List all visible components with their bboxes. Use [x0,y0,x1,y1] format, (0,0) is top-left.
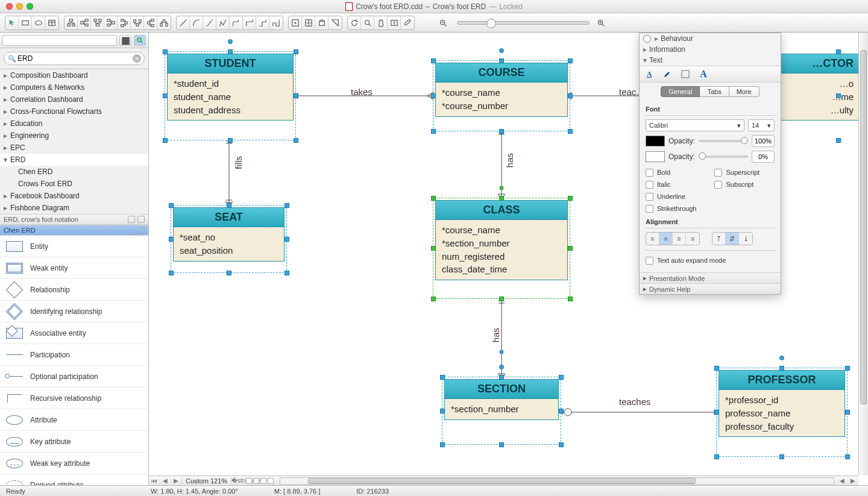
text-box-icon[interactable] [679,69,691,80]
selection-handle[interactable] [431,297,436,301]
selection-handle[interactable] [714,454,719,459]
zoom-readout[interactable]: Custom 121% [181,477,231,485]
library-search-input[interactable] [4,52,145,65]
entity-seat[interactable]: SEAT *seat_no seat_position [173,207,285,262]
tree-item-crows-foot[interactable]: Crows Foot ERD [0,178,148,190]
conn-ortho-1[interactable] [243,16,256,30]
section-dynamic-help[interactable]: ▸Dynamic Help [640,283,781,294]
hscroll-right[interactable]: ▶ [848,477,858,484]
selection-handle[interactable] [431,58,436,63]
text-color-swatch[interactable] [646,136,665,146]
selection-handle[interactable] [228,49,233,54]
selection-handle[interactable] [169,237,174,242]
selection-handle[interactable] [440,375,445,380]
page-next[interactable]: ▶ [171,477,181,484]
selection-handle[interactable] [431,246,436,251]
shape-key-attr[interactable]: Key attribute [0,431,148,453]
text-opacity-value[interactable] [752,135,775,147]
shape-assoc-entity[interactable]: Associative entity [0,322,148,344]
zoom-out-button[interactable] [436,16,450,30]
selection-handle[interactable] [440,442,445,447]
text-underline-color-icon[interactable]: A [643,69,655,80]
view-search-button[interactable] [134,35,146,46]
selection-handle[interactable] [499,365,504,369]
selection-handle[interactable] [294,93,298,98]
zoom-tool[interactable] [361,16,374,30]
bg-opacity-value[interactable] [752,151,775,163]
clear-search-button[interactable]: ✕ [133,54,141,63]
tree-tool-2[interactable] [78,16,91,30]
shape-relationship[interactable]: Relationship [0,279,148,301]
font-icon[interactable]: A [697,69,709,80]
h-align-group[interactable]: ≡≡≡≡ [646,232,700,245]
selection-handle[interactable] [568,93,573,98]
selection-handle[interactable] [559,375,564,380]
selection-handle[interactable] [499,129,504,134]
library-header-chen[interactable]: Chen ERD [0,225,148,236]
selection-handle[interactable] [836,138,841,143]
view-grid-button[interactable]: ▦ [119,35,131,46]
page-prev[interactable]: ◀ [160,477,171,484]
snap-3[interactable] [315,16,329,30]
check-auto-expand[interactable]: Text auto expand mode [646,254,775,266]
selection-handle[interactable] [431,93,436,98]
conn-arc[interactable] [190,16,203,30]
selection-handle[interactable] [845,454,850,459]
conn-smart[interactable] [216,16,230,30]
tab-tabs[interactable]: Tabs [700,86,729,97]
selection-handle[interactable] [285,271,289,275]
selection-handle[interactable] [714,366,719,371]
tree-item[interactable]: ▸Education [0,118,148,130]
tab-general[interactable]: General [661,86,700,97]
selection-handle[interactable] [228,138,233,143]
entity-professor[interactable]: PROFESSOR *professor_id professor_name p… [719,370,845,437]
selection-handle[interactable] [169,271,174,275]
shape-ident-rel[interactable]: Identifying relationship [0,301,148,322]
shape-rec-rel[interactable]: Recursive relationship [0,388,148,409]
entity-class[interactable]: CLASS *course_name *section_number num_r… [435,200,568,280]
selection-handle[interactable] [431,196,436,201]
text-highlight-icon[interactable] [661,69,673,80]
selection-handle[interactable] [779,454,784,459]
tree-item[interactable]: ▸Fishbone Diagram [0,202,148,214]
selection-handle[interactable] [163,93,168,98]
chain-tool-4[interactable] [157,16,171,30]
selection-handle[interactable] [779,356,784,360]
selection-handle[interactable] [294,138,298,143]
v-align-group[interactable]: ⤒⇵⤓ [712,232,753,245]
tab-more[interactable]: More [729,86,760,97]
text-ins-tool[interactable] [388,16,401,30]
chain-tool-3[interactable] [144,16,157,30]
selection-handle[interactable] [294,49,298,54]
font-size-select[interactable]: 14▾ [748,119,775,131]
font-family-select[interactable]: Calibri▾ [646,119,744,131]
tree-item[interactable]: ▸Facebook Dashboard [0,190,148,202]
view-mode-segments[interactable] [242,478,277,484]
tree-item[interactable]: ▸Composition Dashboard [0,69,148,81]
chain-tool-1[interactable] [118,16,131,30]
selection-handle[interactable] [845,410,850,415]
selection-handle[interactable] [714,410,719,415]
entity-course[interactable]: COURSE *course_name *course_number [435,63,568,117]
zoom-stepper[interactable]: �striangle [231,477,242,484]
selection-handle[interactable] [568,297,573,301]
library-header-crows[interactable]: ERD, crow's foot notation [0,214,148,225]
selection-handle[interactable] [779,366,784,371]
check-superscript[interactable]: Superscript [714,166,760,178]
pointer-tool[interactable] [5,16,19,30]
check-underline[interactable]: Underline [646,190,696,202]
shape-weak-entity[interactable]: Weak entity [0,257,148,279]
entity-student[interactable]: STUDENT *student_id student_name student… [167,54,294,121]
table-tool[interactable] [45,16,58,30]
tree-item[interactable]: ▸Cross-Functional Flowcharts [0,105,148,118]
conn-direct[interactable] [177,16,190,30]
tree-item[interactable]: ▸EPC [0,142,148,154]
tree-tool-3[interactable] [91,16,104,30]
zoom-in-button[interactable] [594,16,608,30]
selection-handle[interactable] [227,271,231,275]
zoom-slider[interactable] [457,21,590,25]
page-first[interactable]: ⏮ [149,477,160,484]
section-presentation[interactable]: ▸Presentation Mode [640,272,781,283]
selection-handle[interactable] [285,203,289,208]
check-strike[interactable]: Strikethrough [646,202,696,215]
